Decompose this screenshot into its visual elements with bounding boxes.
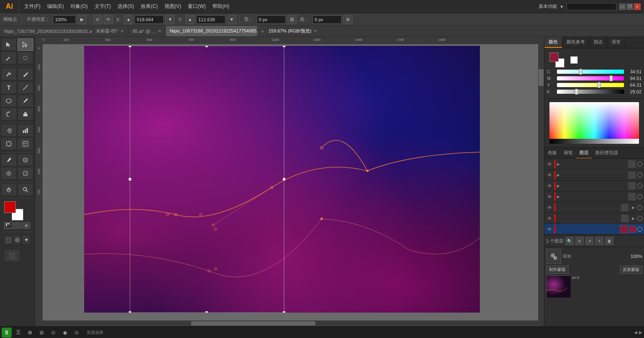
- slice-tool[interactable]: [17, 138, 33, 150]
- fg-color-preview[interactable]: [549, 53, 559, 62]
- tab-1[interactable]: 未标题-85* ✕: [92, 26, 128, 36]
- layer-6-visibility[interactable]: 👁: [546, 215, 553, 222]
- tab-stroke[interactable]: 描边: [589, 37, 607, 48]
- layers-add-btn[interactable]: +: [595, 237, 604, 245]
- chart-tool[interactable]: [17, 124, 33, 137]
- layer-row-3[interactable]: 👁 ▶: [544, 180, 644, 191]
- none-mode-icon[interactable]: Ø: [22, 222, 30, 229]
- layer-5-arrow[interactable]: ▶: [630, 205, 636, 210]
- layers-delete-btn[interactable]: 🗑: [605, 237, 614, 245]
- pencil-tool[interactable]: [17, 68, 33, 80]
- layers-options-btn[interactable]: ≡: [575, 237, 584, 245]
- layer-row-1[interactable]: 👁 ▶: [544, 159, 644, 170]
- tab-color[interactable]: 颜色: [544, 37, 562, 48]
- layer-row-2[interactable]: 👁 ▶: [544, 170, 644, 180]
- white-swatch[interactable]: [570, 56, 578, 64]
- vscroll-thumb[interactable]: [539, 69, 544, 86]
- eraser-tool[interactable]: [17, 108, 33, 120]
- menu-effect[interactable]: 效果(C): [137, 1, 161, 12]
- search-input[interactable]: [567, 3, 617, 10]
- zoom-tool[interactable]: [17, 183, 33, 196]
- y-down-btn[interactable]: ▼: [227, 15, 236, 24]
- symbol-tool[interactable]: ☉: [17, 167, 33, 180]
- close-button[interactable]: ✕: [634, 3, 641, 10]
- layer-4-expand[interactable]: ▶: [557, 195, 560, 199]
- k-slider-track[interactable]: [557, 90, 624, 94]
- tab-brushes[interactable]: 画笔: [560, 148, 576, 158]
- layer-5-visibility[interactable]: 👁: [546, 204, 553, 211]
- taskbar-icon-circle[interactable]: ⊙: [48, 328, 58, 338]
- layer-2-expand[interactable]: ▶: [557, 173, 560, 177]
- target-tool[interactable]: [1, 167, 17, 180]
- menu-object[interactable]: 对象(O): [67, 1, 91, 12]
- extra-tool-3[interactable]: ✦: [22, 235, 30, 244]
- layer-6-arrow[interactable]: ▶: [630, 215, 636, 221]
- lasso-tool[interactable]: [17, 52, 33, 64]
- layer-4-visibility[interactable]: 👁: [546, 193, 553, 200]
- gradient-mode-icon[interactable]: ⬛: [13, 222, 22, 229]
- hscrollbar[interactable]: [42, 320, 538, 326]
- taskbar-nav-next[interactable]: ▶: [639, 330, 642, 335]
- h-input[interactable]: [312, 15, 342, 24]
- layer-3-expand[interactable]: ▶: [557, 184, 560, 188]
- k-slider-thumb[interactable]: [575, 89, 578, 95]
- constrain-btn[interactable]: ⊙: [93, 15, 102, 24]
- extra-tool-2[interactable]: ⊙: [13, 235, 22, 244]
- layer-5-target[interactable]: [637, 205, 642, 210]
- tab-layers[interactable]: 图层: [576, 148, 592, 158]
- hand-tool[interactable]: [1, 183, 17, 196]
- y-slider-thumb[interactable]: [597, 82, 601, 88]
- layers-search-btn[interactable]: 🔍: [565, 237, 574, 245]
- layer-3-target[interactable]: [637, 183, 642, 188]
- layer-6-target[interactable]: [637, 216, 642, 221]
- transform-btn[interactable]: ⟳: [104, 15, 113, 24]
- menu-text[interactable]: 文字(T): [91, 1, 114, 12]
- eyedropper-tool[interactable]: [1, 154, 17, 166]
- tab-0[interactable]: Nipic_7262799_20190920103330028031.ai* ✕: [0, 26, 92, 36]
- menu-help[interactable]: 帮助(H): [209, 1, 233, 12]
- normal-mode-icon[interactable]: [4, 222, 12, 229]
- canvas-area[interactable]: 0 100 300 500 700 900 1100 1300 1500 170…: [35, 37, 544, 326]
- y-slider-track[interactable]: [557, 83, 624, 87]
- layer-row-4[interactable]: 👁 ▶: [544, 191, 644, 202]
- extra-tool-1[interactable]: ⬚: [4, 235, 12, 244]
- layer-1-expand[interactable]: ▶: [557, 162, 560, 166]
- measure-tool[interactable]: [17, 154, 33, 166]
- c-slider-track[interactable]: [557, 70, 624, 74]
- x-up-btn[interactable]: ▲: [124, 15, 133, 24]
- tab-3-close[interactable]: ✕: [314, 29, 317, 33]
- direct-selection-tool[interactable]: [17, 38, 33, 51]
- menu-file[interactable]: 文件(F): [21, 1, 44, 12]
- taskbar-icon-dot[interactable]: ◉: [60, 328, 70, 338]
- line-tool[interactable]: [17, 81, 33, 94]
- tab-2-close[interactable]: ✕: [158, 29, 161, 33]
- taskbar-icon-shape[interactable]: ✿: [25, 328, 35, 338]
- paintbrush-tool[interactable]: [17, 95, 33, 107]
- reflect-mask-btn[interactable]: 反射蒙版: [620, 265, 642, 274]
- menu-select[interactable]: 选择(S): [114, 1, 137, 12]
- tab-color-ref[interactable]: 颜色参考: [562, 37, 589, 48]
- pen-tool[interactable]: [1, 68, 17, 80]
- taskbar-icon-grid[interactable]: ⊞: [37, 328, 47, 338]
- rotate-tool[interactable]: [1, 108, 17, 120]
- spiral-tool[interactable]: [1, 124, 17, 137]
- opacity-input[interactable]: [53, 15, 76, 24]
- tab-3[interactable]: Nipic_10673188_20191219225417754085.ai @…: [166, 26, 257, 36]
- color-spectrum[interactable]: [549, 102, 639, 144]
- layer-row-5[interactable]: 👁 ▶: [544, 202, 644, 213]
- fg-color[interactable]: [4, 201, 16, 213]
- hscroll-thumb[interactable]: [191, 321, 315, 325]
- taskbar-icon-s[interactable]: S: [2, 328, 12, 338]
- doc-thumbnail[interactable]: [546, 275, 570, 297]
- layer-1-target[interactable]: [637, 162, 642, 167]
- layer-7-visibility[interactable]: 👁: [546, 226, 553, 233]
- restore-button[interactable]: ❐: [627, 3, 633, 10]
- menu-edit[interactable]: 编辑(E): [44, 1, 67, 12]
- tab-pathfinder[interactable]: 路径查找器: [592, 148, 622, 158]
- selection-tool[interactable]: [1, 38, 17, 51]
- minimize-button[interactable]: —: [619, 3, 626, 10]
- tab-scroll-btn[interactable]: »: [257, 26, 267, 36]
- layer-2-visibility[interactable]: 👁: [546, 172, 553, 178]
- layer-row-6[interactable]: 👁 ▶: [544, 213, 644, 224]
- tab-2[interactable]: 85.ai* @ ... ✕: [128, 26, 166, 36]
